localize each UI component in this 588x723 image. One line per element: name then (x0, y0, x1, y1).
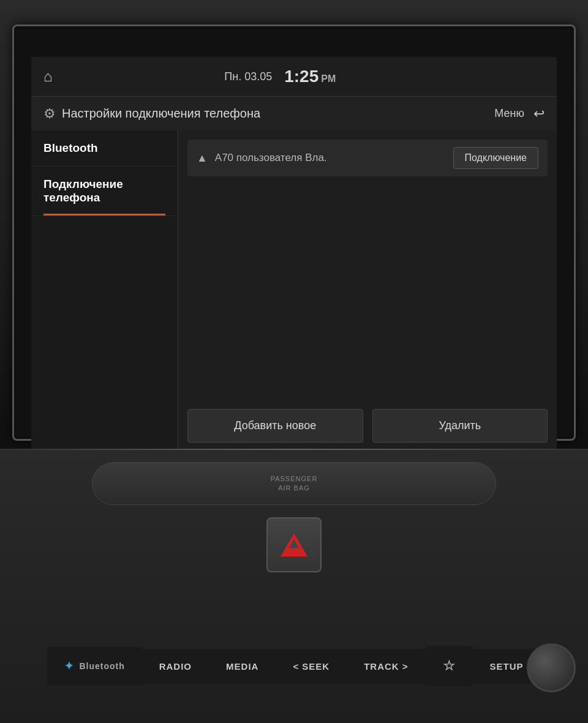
media-button[interactable]: MEDIA (209, 649, 276, 684)
sidebar-item-bluetooth[interactable]: Bluetooth (31, 130, 178, 167)
action-buttons: Добавить новое Удалить (187, 403, 548, 449)
content-spacer (187, 182, 548, 403)
hazard-triangle-icon (281, 533, 307, 556)
delete-button[interactable]: Удалить (372, 409, 548, 443)
title-right: Меню ↩ (494, 106, 545, 122)
title-bar: ⚙ Настройки подключения телефона Меню ↩ (31, 97, 557, 130)
bluetooth-icon: ✦ (64, 659, 74, 673)
screen-bezel: ⌂ Пн. 03.05 1:25PM ⚙ Настройки подключен… (12, 24, 576, 441)
home-icon[interactable]: ⌂ (43, 68, 53, 85)
radio-button[interactable]: RADIO (142, 649, 209, 684)
date-display: Пн. 03.05 (224, 70, 272, 83)
menu-button[interactable]: Меню (494, 107, 524, 120)
add-new-button[interactable]: Добавить новое (187, 409, 363, 443)
time-display: 1:25PM (284, 67, 336, 86)
settings-icon: ⚙ (43, 106, 56, 122)
device-icon: ▲ (197, 152, 208, 165)
content-area: Bluetooth Подключение телефона ▲ A70 пол… (31, 130, 557, 458)
bluetooth-label: Bluetooth (79, 661, 124, 671)
seek-back-button[interactable]: < SEEK (276, 649, 347, 684)
device-row: ▲ A70 пользователя Вла. Подключение (187, 140, 548, 176)
title-left: ⚙ Настройки подключения телефона (43, 106, 260, 122)
track-forward-button[interactable]: TRACK > (347, 649, 425, 684)
main-screen: ⌂ Пн. 03.05 1:25PM ⚙ Настройки подключен… (31, 57, 557, 458)
header-bar: ⌂ Пн. 03.05 1:25PM (31, 57, 557, 97)
sidebar: Bluetooth Подключение телефона (31, 130, 178, 458)
airbag-panel: PASSENGER AIR BAG (92, 462, 496, 505)
datetime-display: Пн. 03.05 1:25PM (224, 67, 336, 86)
device-name: A70 пользователя Вла. (215, 152, 327, 164)
back-button[interactable]: ↩ (533, 106, 545, 122)
bluetooth-button[interactable]: ✦ Bluetooth (47, 647, 141, 685)
hazard-button[interactable] (266, 517, 322, 572)
connect-button[interactable]: Подключение (453, 147, 538, 169)
page-title: Настройки подключения телефона (62, 107, 260, 121)
right-content: ▲ A70 пользователя Вла. Подключение Доба… (178, 130, 557, 458)
bottom-controls: ✦ Bluetooth RADIO MEDIA < SEEK TRACK > ☆… (0, 646, 588, 686)
favorite-button[interactable]: ☆ (426, 646, 473, 686)
volume-knob[interactable] (527, 643, 576, 692)
sidebar-item-phone-connection[interactable]: Подключение телефона (31, 167, 178, 216)
airbag-text: PASSENGER AIR BAG (271, 474, 318, 493)
controls-area: PASSENGER AIR BAG ✦ Bluetooth RADIO MEDI… (0, 450, 588, 723)
